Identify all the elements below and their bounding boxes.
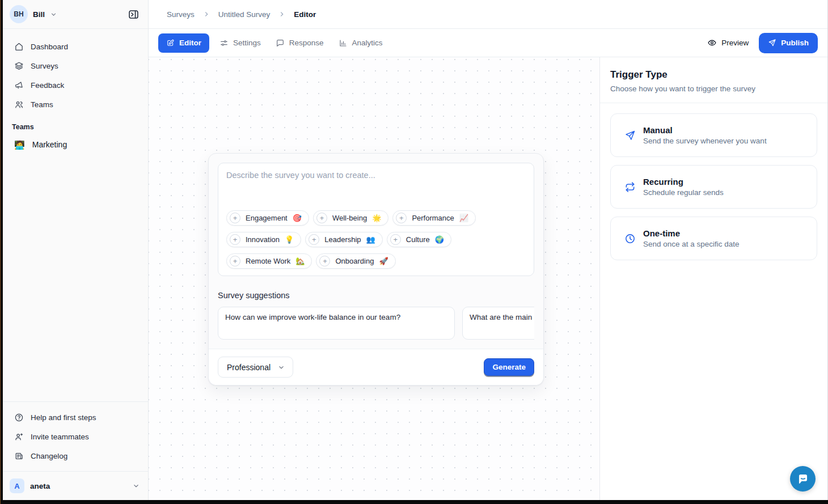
sidebar-item-label: Help and first steps bbox=[31, 413, 96, 422]
survey-prompt-input[interactable]: Describe the survey you want to create..… bbox=[218, 163, 534, 276]
tab-label: Editor bbox=[179, 39, 201, 47]
ai-survey-composer-card: Describe the survey you want to create..… bbox=[208, 153, 544, 386]
plus-icon: + bbox=[396, 213, 407, 223]
tone-select[interactable]: Professional bbox=[218, 357, 293, 378]
chat-bubble-smile-icon bbox=[796, 472, 810, 486]
topic-chip-culture[interactable]: +Culture🌍 bbox=[387, 232, 451, 247]
tab-label: Response bbox=[289, 39, 324, 47]
megaphone-icon bbox=[14, 81, 24, 90]
tab-analytics[interactable]: Analytics bbox=[334, 33, 387, 53]
chip-emoji: 💡 bbox=[285, 235, 294, 244]
chip-emoji: 🌍 bbox=[435, 235, 444, 244]
repeat-icon bbox=[624, 181, 636, 193]
survey-canvas[interactable]: Describe the survey you want to create..… bbox=[149, 57, 599, 500]
sidebar-item-marketing[interactable]: 🧑‍💻 Marketing bbox=[3, 134, 148, 155]
sidebar-item-label: Teams bbox=[31, 100, 53, 109]
option-title: Recurring bbox=[643, 177, 724, 187]
chip-emoji: 🏡 bbox=[295, 257, 305, 265]
chip-emoji: 👥 bbox=[366, 235, 375, 244]
plus-icon: + bbox=[309, 234, 319, 245]
breadcrumb-untitled-survey[interactable]: Untitled Survey bbox=[218, 10, 271, 19]
toolbar-actions: Preview Publish bbox=[707, 33, 818, 53]
sidebar-nav: Dashboard Surveys Feedback Teams bbox=[3, 29, 148, 116]
option-title: One-time bbox=[643, 228, 740, 238]
chip-label: Culture bbox=[406, 235, 430, 244]
sidebar-item-help[interactable]: Help and first steps bbox=[7, 408, 143, 427]
chip-label: Engagement bbox=[246, 214, 288, 222]
breadcrumb-editor: Editor bbox=[294, 10, 316, 19]
tab-response[interactable]: Response bbox=[271, 33, 328, 53]
workspace-avatar: BH bbox=[10, 5, 28, 23]
trigger-options: Manual Send the survey whenever you want… bbox=[600, 103, 827, 270]
workspace-switcher[interactable]: BH Bill bbox=[3, 0, 148, 29]
trigger-type-panel: Trigger Type Choose how you want to trig… bbox=[599, 57, 827, 500]
survey-suggestions-title: Survey suggestions bbox=[218, 291, 534, 300]
publish-button[interactable]: Publish bbox=[759, 33, 818, 53]
topic-chip-innovation[interactable]: +Innovation💡 bbox=[226, 232, 301, 247]
send-icon bbox=[624, 130, 636, 141]
breadcrumb: Surveys Untitled Survey Editor bbox=[149, 0, 827, 29]
trigger-option-one-time[interactable]: One-time Send once at a specific date bbox=[610, 217, 817, 260]
user-menu[interactable]: A aneta bbox=[3, 471, 148, 500]
tab-label: Analytics bbox=[352, 39, 383, 47]
trigger-panel-header: Trigger Type Choose how you want to trig… bbox=[600, 57, 827, 103]
suggestion-card[interactable]: How can we improve work-life balance in … bbox=[218, 307, 455, 340]
topic-chip-onboarding[interactable]: +Onboarding🚀 bbox=[316, 253, 395, 269]
chip-label: Well-being bbox=[332, 214, 367, 222]
preview-button[interactable]: Preview bbox=[707, 38, 749, 48]
workspace-name: Bill bbox=[33, 10, 45, 19]
tab-settings[interactable]: Settings bbox=[215, 33, 265, 53]
tab-editor[interactable]: Editor bbox=[158, 33, 209, 53]
chip-label: Remote Work bbox=[246, 257, 290, 265]
plus-icon: + bbox=[230, 213, 240, 223]
sidebar-item-feedback[interactable]: Feedback bbox=[7, 75, 143, 95]
publish-label: Publish bbox=[781, 39, 809, 47]
topic-chip-well-being[interactable]: +Well-being🌟 bbox=[313, 210, 388, 226]
option-description: Schedule regular sends bbox=[643, 188, 724, 197]
topic-chip-remote-work[interactable]: +Remote Work🏡 bbox=[226, 253, 312, 269]
trigger-option-manual[interactable]: Manual Send the survey whenever you want bbox=[610, 113, 817, 157]
generate-button[interactable]: Generate bbox=[484, 358, 534, 376]
window-edge bbox=[0, 0, 1, 504]
option-title: Manual bbox=[643, 125, 767, 135]
tone-value: Professional bbox=[227, 363, 271, 372]
topic-chip-leadership[interactable]: +Leadership👥 bbox=[305, 232, 383, 247]
topic-chip-performance[interactable]: +Performance📈 bbox=[392, 210, 476, 226]
prompt-placeholder: Describe the survey you want to create..… bbox=[226, 171, 526, 180]
sidebar-item-dashboard[interactable]: Dashboard bbox=[7, 37, 143, 56]
sidebar-item-label: Dashboard bbox=[31, 43, 68, 51]
main-area: Surveys Untitled Survey Editor Editor Se… bbox=[149, 0, 827, 500]
sidebar-toggle-button[interactable] bbox=[125, 6, 141, 22]
chip-label: Innovation bbox=[246, 235, 280, 244]
tab-label: Settings bbox=[233, 39, 261, 47]
bar-chart-icon bbox=[339, 39, 348, 48]
topic-chip-engagement[interactable]: +Engagement🎯 bbox=[226, 210, 309, 226]
breadcrumb-surveys[interactable]: Surveys bbox=[167, 10, 195, 19]
toolbar-tabs: Editor Settings Response Analytics bbox=[158, 33, 387, 53]
survey-suggestions-row: How can we improve work-life balance in … bbox=[218, 307, 534, 340]
chevron-down-icon bbox=[50, 11, 57, 18]
sidebar-item-teams[interactable]: Teams bbox=[7, 95, 143, 114]
topic-chips: +Engagement🎯 +Well-being🌟 +Performance📈 … bbox=[226, 210, 526, 269]
home-icon bbox=[14, 42, 24, 52]
user-name: aneta bbox=[30, 482, 50, 490]
sidebar-footer-nav: Help and first steps Invite teammates Ch… bbox=[3, 401, 148, 471]
sidebar-item-invite-teammates[interactable]: Invite teammates bbox=[7, 427, 143, 446]
sidebar-item-label: Changelog bbox=[31, 452, 67, 460]
chip-emoji: 🚀 bbox=[379, 257, 388, 265]
suggestion-card[interactable]: What are the main obstacles to productiv… bbox=[462, 307, 534, 340]
sidebar-item-changelog[interactable]: Changelog bbox=[7, 446, 143, 465]
sidebar-item-surveys[interactable]: Surveys bbox=[7, 56, 143, 75]
chat-launcher-button[interactable] bbox=[790, 466, 816, 492]
plus-icon: + bbox=[319, 256, 330, 266]
plus-icon: + bbox=[316, 213, 327, 223]
sliders-icon bbox=[219, 39, 229, 48]
chevron-right-icon bbox=[202, 10, 210, 18]
trigger-option-recurring[interactable]: Recurring Schedule regular sends bbox=[610, 165, 817, 209]
chevron-down-icon bbox=[132, 482, 140, 490]
sidebar-item-label: Surveys bbox=[31, 62, 58, 70]
user-avatar: A bbox=[10, 478, 24, 493]
chat-bubble-icon bbox=[276, 39, 285, 48]
clock-icon bbox=[624, 233, 636, 244]
panel-title: Trigger Type bbox=[610, 69, 817, 81]
